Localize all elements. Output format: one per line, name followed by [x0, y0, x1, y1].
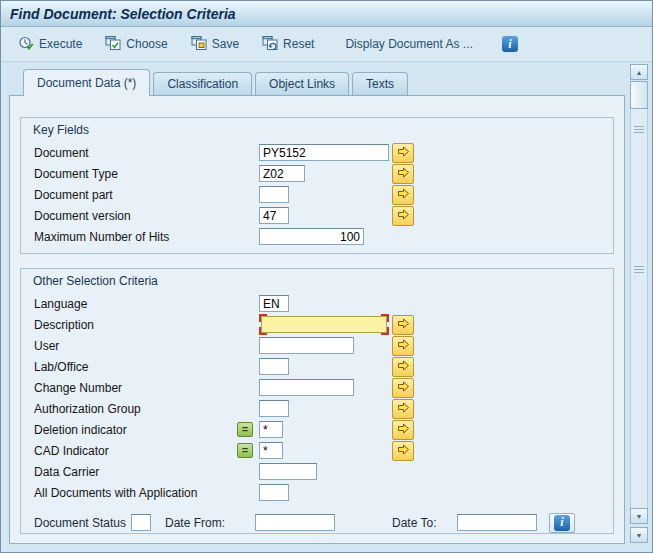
- outer-scroll-down-button[interactable]: ▼: [630, 527, 648, 543]
- all-documents-with-application-field-slot: [259, 484, 392, 501]
- date-from-field[interactable]: [255, 514, 335, 531]
- description-multiple-selection-button[interactable]: [392, 315, 414, 335]
- info-icon: i: [554, 515, 570, 531]
- language-field[interactable]: [259, 295, 289, 312]
- display-document-as-button[interactable]: Display Document As ...: [338, 33, 479, 55]
- multi-select-slot: [392, 336, 418, 356]
- user-field[interactable]: [259, 337, 354, 354]
- deletion-indicator-row: Deletion indicator=: [21, 419, 613, 440]
- lab-office-multiple-selection-button[interactable]: [392, 357, 414, 377]
- change-number-multiple-selection-button[interactable]: [392, 378, 414, 398]
- document-type-multiple-selection-button[interactable]: [392, 164, 414, 184]
- document-status-label: Document Status: [34, 516, 131, 530]
- document-row: Document: [21, 142, 613, 163]
- document-part-label: Document part: [34, 188, 237, 202]
- all-documents-with-application-field[interactable]: [259, 484, 289, 501]
- data-carrier-field[interactable]: [259, 463, 317, 480]
- description-field-slot: [259, 314, 392, 335]
- multi-select-slot: [392, 399, 418, 419]
- scrollbar-thumb[interactable]: [630, 81, 648, 109]
- equals-icon[interactable]: =: [237, 443, 253, 458]
- choose-icon: [105, 35, 121, 54]
- tab-label: Object Links: [269, 77, 335, 91]
- document-field[interactable]: [259, 144, 389, 161]
- cad-indicator-label: CAD Indicator: [34, 444, 237, 458]
- maximum-number-of-hits-field[interactable]: [259, 228, 364, 245]
- deletion-indicator-multiple-selection-button[interactable]: [392, 420, 414, 440]
- deletion-indicator-field-slot: [259, 421, 392, 438]
- right-arrow-icon: [397, 166, 410, 182]
- document-part-multiple-selection-button[interactable]: [392, 185, 414, 205]
- description-field[interactable]: [261, 316, 387, 333]
- tab-document-data[interactable]: Document Data (*): [23, 69, 150, 96]
- authorization-group-field-slot: [259, 400, 392, 417]
- application-toolbar: Execute Choose Save: [1, 27, 652, 62]
- right-arrow-icon: [397, 380, 410, 396]
- document-version-field[interactable]: [259, 207, 289, 224]
- deletion-indicator-label: Deletion indicator: [34, 423, 237, 437]
- document-type-field[interactable]: [259, 165, 305, 182]
- document-label: Document: [34, 146, 237, 160]
- description-label: Description: [34, 318, 237, 332]
- focus-cursor-frame: [259, 314, 389, 335]
- multi-select-slot: [392, 143, 418, 163]
- maximum-number-of-hits-label: Maximum Number of Hits: [34, 230, 237, 244]
- document-version-multiple-selection-button[interactable]: [392, 206, 414, 226]
- selection-option-slot: =: [237, 443, 259, 458]
- equals-icon[interactable]: =: [237, 422, 253, 437]
- scroll-down-button[interactable]: ▼: [630, 508, 648, 524]
- maximum-number-of-hits-row: Maximum Number of Hits: [21, 226, 613, 247]
- cad-indicator-multiple-selection-button[interactable]: [392, 441, 414, 461]
- save-button[interactable]: Save: [184, 31, 246, 58]
- right-arrow-icon: [397, 208, 410, 224]
- deletion-indicator-field[interactable]: [259, 421, 283, 438]
- title-bar: Find Document: Selection Criteria: [1, 1, 652, 27]
- authorization-group-field[interactable]: [259, 400, 289, 417]
- cad-indicator-field[interactable]: [259, 442, 283, 459]
- lab-office-field[interactable]: [259, 358, 289, 375]
- data-carrier-row: Data Carrier: [21, 461, 613, 482]
- cad-indicator-field-slot: [259, 442, 392, 459]
- selection-option-slot: =: [237, 422, 259, 437]
- lab-office-row: Lab/Office: [21, 356, 613, 377]
- right-arrow-icon: [397, 187, 410, 203]
- tab-classification[interactable]: Classification: [153, 72, 252, 95]
- cad-indicator-row: CAD Indicator=: [21, 440, 613, 461]
- section-grip-icon: [634, 266, 644, 274]
- document-field-slot: [259, 144, 392, 161]
- scroll-up-button[interactable]: ▲: [630, 64, 648, 80]
- multi-select-slot: [392, 441, 418, 461]
- execute-button[interactable]: Execute: [11, 31, 89, 58]
- document-multiple-selection-button[interactable]: [392, 143, 414, 163]
- language-label: Language: [34, 297, 237, 311]
- user-multiple-selection-button[interactable]: [392, 336, 414, 356]
- lab-office-label: Lab/Office: [34, 360, 237, 374]
- screen-area: Document Data (*)ClassificationObject Li…: [9, 62, 625, 544]
- multi-select-slot: [392, 185, 418, 205]
- tab-texts[interactable]: Texts: [352, 72, 408, 95]
- document-part-field[interactable]: [259, 186, 289, 203]
- document-status-field[interactable]: [131, 514, 151, 531]
- group-rows: LanguageDescriptionUserLab/OfficeChange …: [21, 293, 613, 509]
- group-rows: DocumentDocument TypeDocument partDocume…: [21, 142, 613, 253]
- toolbar-info-button[interactable]: i: [499, 33, 521, 56]
- tab-object-links[interactable]: Object Links: [255, 72, 349, 95]
- document-part-row: Document part: [21, 184, 613, 205]
- multi-select-slot: [392, 357, 418, 377]
- date-to-field[interactable]: [457, 514, 537, 531]
- right-arrow-icon: [397, 338, 410, 354]
- change-number-field[interactable]: [259, 379, 354, 396]
- choose-label: Choose: [126, 37, 167, 51]
- scrollbar-track[interactable]: [630, 109, 648, 508]
- authorization-group-multiple-selection-button[interactable]: [392, 399, 414, 419]
- save-label: Save: [212, 37, 239, 51]
- document-type-row: Document Type: [21, 163, 613, 184]
- change-number-field-slot: [259, 379, 392, 396]
- reset-button[interactable]: Reset: [255, 31, 321, 58]
- right-arrow-icon: [397, 359, 410, 375]
- choose-button[interactable]: Choose: [98, 31, 174, 58]
- group-title-row: Key Fields: [21, 118, 613, 142]
- info-icon: i: [502, 36, 518, 52]
- status-info-button[interactable]: i: [549, 513, 575, 533]
- right-arrow-icon: [397, 401, 410, 417]
